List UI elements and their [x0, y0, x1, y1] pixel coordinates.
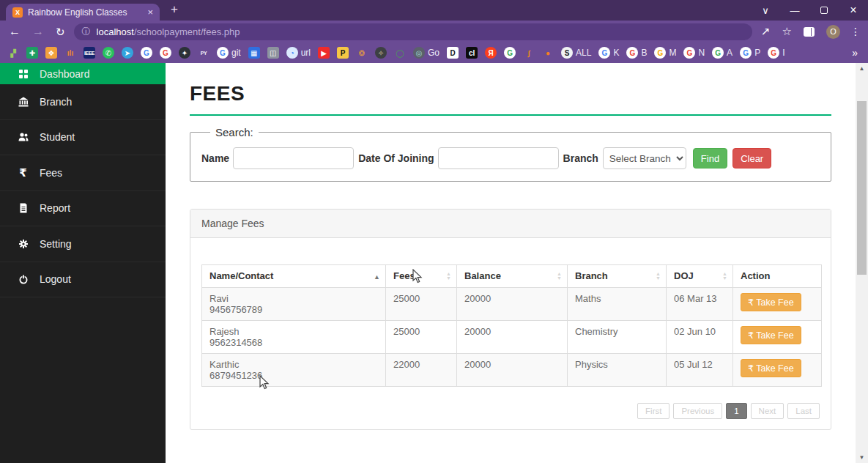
pagination-next[interactable]: Next	[751, 403, 784, 419]
py-icon: PY	[198, 47, 209, 59]
pagination-previous[interactable]: Previous	[673, 403, 722, 419]
bookmark-google-green[interactable]: G	[504, 47, 516, 59]
take-fee-button[interactable]: ₹ Take Fee	[741, 293, 801, 311]
column-header-action[interactable]: Action	[733, 265, 822, 288]
maximize-icon	[820, 7, 828, 14]
find-button[interactable]: Find	[693, 148, 727, 168]
address-bar[interactable]: ⓘ localhost/schoolpayment/fees.php	[74, 23, 752, 40]
bookmark-ieee[interactable]: IEEE	[84, 47, 95, 59]
bookmarks-overflow-icon[interactable]: »	[852, 47, 862, 59]
gray-cam-icon: ◫	[267, 47, 279, 59]
bookmark-g-a[interactable]: GA	[712, 47, 732, 59]
scrollbar[interactable]: ▲ ▼	[856, 63, 868, 463]
pagination-page-1[interactable]: 1	[726, 403, 746, 419]
browser-window: X Rainbow English Classes × + ∨ — × ← → …	[0, 0, 868, 463]
g-p-icon: G	[740, 47, 752, 59]
bookmark-g-p[interactable]: GP	[740, 47, 760, 59]
scroll-down-icon[interactable]: ▼	[856, 454, 868, 461]
new-tab-button[interactable]: +	[171, 2, 178, 17]
scrollbar-thumb[interactable]	[857, 101, 867, 275]
pagination-first[interactable]: First	[637, 403, 669, 419]
column-header-branch[interactable]: Branch▲▼	[568, 265, 667, 288]
minimize-button[interactable]: —	[780, 0, 809, 21]
maximize-button[interactable]	[809, 0, 839, 21]
sidebar-item-branch[interactable]: Branch	[0, 84, 166, 120]
back-button[interactable]: ←	[9, 26, 21, 37]
forward-button[interactable]: →	[32, 26, 44, 37]
column-header-balance[interactable]: Balance▲▼	[457, 265, 568, 288]
bookmark-leaf[interactable]: ▞	[7, 47, 19, 59]
bookmark-google-git[interactable]: Ggit	[217, 47, 241, 59]
browser-tab[interactable]: X Rainbow English Classes ×	[6, 4, 160, 21]
bookmark-star-icon[interactable]: ☆	[782, 25, 792, 38]
bookmark-py[interactable]: PY	[198, 47, 209, 59]
pagination-last[interactable]: Last	[787, 403, 820, 419]
url-icon: ◔	[286, 47, 298, 59]
bookmark-telegram[interactable]: ➤	[122, 47, 133, 59]
column-header-name-contact[interactable]: Name/Contact▲	[202, 265, 386, 288]
share-icon[interactable]: ↗	[761, 25, 771, 38]
name-input[interactable]	[233, 147, 354, 169]
bookmark-analytics[interactable]: ılı	[64, 47, 76, 59]
bookmark-p-yellow[interactable]: P	[337, 47, 349, 59]
chevron-down-icon[interactable]: ∨	[751, 0, 780, 21]
cart-icon: ✧	[375, 47, 387, 59]
sidebar-item-fees[interactable]: ₹ Fees	[0, 155, 166, 191]
bookmark-duck[interactable]: D	[447, 47, 459, 59]
bookmark-g-k[interactable]: GK	[598, 47, 619, 59]
cell-name-contact: Rajesh9562314568	[202, 321, 386, 354]
bookmark-label: B	[641, 48, 647, 58]
reload-button[interactable]: ↻	[56, 26, 65, 37]
cl-icon: cl	[466, 47, 478, 59]
bookmark-movie[interactable]: ❂	[356, 47, 368, 59]
titlebar: X Rainbow English Classes × + ∨ — ×	[0, 0, 868, 21]
sidebar-item-dashboard[interactable]: Dashboard	[0, 63, 166, 84]
doj-input[interactable]	[438, 147, 559, 169]
sidebar-label: Report	[40, 202, 70, 214]
bookmark-orange-badge[interactable]: ❖	[45, 47, 57, 59]
clear-button[interactable]: Clear	[732, 148, 771, 168]
column-header-fees[interactable]: Fees▲▼	[386, 265, 457, 288]
bookmark-youtube[interactable]: ▶	[318, 47, 330, 59]
bookmark-orange-dot[interactable]: ●	[542, 47, 554, 59]
side-panel-icon[interactable]	[804, 27, 815, 37]
bookmark-green-ring[interactable]: ◯	[394, 47, 406, 59]
menu-dots-icon[interactable]: ⋮	[850, 26, 861, 37]
sidebar-item-student[interactable]: Student	[0, 120, 166, 156]
sidebar-item-report[interactable]: Report	[0, 191, 166, 227]
bookmark-g-n[interactable]: GN	[683, 47, 705, 59]
tab-close-icon[interactable]: ×	[147, 7, 153, 17]
bookmark-green-cross[interactable]: ✚	[26, 47, 38, 59]
sidebar-item-setting[interactable]: Setting	[0, 226, 166, 262]
bookmark-g-m[interactable]: GM	[654, 47, 676, 59]
take-fee-button[interactable]: ₹ Take Fee	[741, 359, 801, 377]
bookmark-gray-cam[interactable]: ◫	[267, 47, 279, 59]
bookmark-swoosh[interactable]: ∫	[523, 47, 535, 59]
cell-action: ₹ Take Fee	[733, 354, 822, 387]
scroll-up-icon[interactable]: ▲	[856, 65, 868, 72]
blue-app-icon: ▦	[248, 47, 260, 59]
site-info-icon[interactable]: ⓘ	[82, 26, 91, 38]
bookmark-blue-app[interactable]: ▦	[248, 47, 260, 59]
cell-branch: Physics	[568, 354, 667, 387]
bookmark-github[interactable]: ✦	[179, 47, 190, 59]
sidebar-item-logout[interactable]: Logout	[0, 262, 166, 298]
column-header-doj[interactable]: DOJ▲▼	[667, 265, 733, 288]
bookmark-whatsapp[interactable]: ✆	[103, 47, 114, 59]
bookmark-g-b[interactable]: GB	[626, 47, 647, 59]
bookmark-google-blue[interactable]: G	[141, 47, 152, 59]
bookmark-google-red[interactable]: G	[160, 47, 171, 59]
bookmark-yandex[interactable]: Я	[485, 47, 497, 59]
window-controls: ∨ — ×	[751, 0, 868, 21]
take-fee-button[interactable]: ₹ Take Fee	[741, 326, 801, 344]
cell-branch: Maths	[568, 288, 667, 321]
bookmark-cart[interactable]: ✧	[375, 47, 387, 59]
close-button[interactable]: ×	[839, 0, 868, 21]
bookmark-cl[interactable]: cl	[466, 47, 478, 59]
bookmark-g-i[interactable]: GI	[768, 47, 784, 59]
branch-select[interactable]: Select Branch	[603, 147, 686, 169]
profile-avatar[interactable]: O	[826, 25, 840, 39]
bookmark-url[interactable]: ◔url	[286, 47, 311, 59]
bookmark-globe-all[interactable]: SALL	[561, 47, 591, 59]
bookmark-go[interactable]: ◎Go	[413, 47, 439, 59]
